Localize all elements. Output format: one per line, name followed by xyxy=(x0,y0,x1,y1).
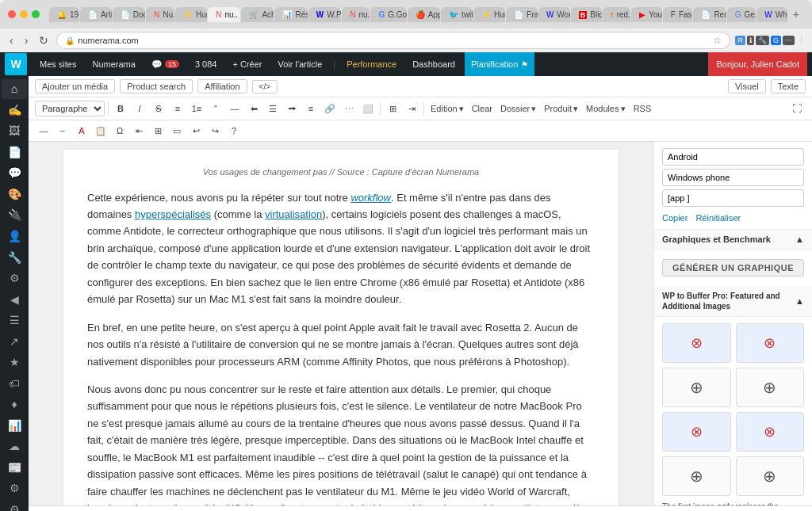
url-bar[interactable]: 🔒 numerama.com ☆ xyxy=(56,32,730,49)
new-tab-button[interactable]: + xyxy=(788,6,804,22)
image-cell-7-add[interactable]: ⊕ xyxy=(662,456,731,496)
align-left-button[interactable]: ⬅ xyxy=(245,100,262,117)
sidebar-icon-misc4[interactable]: 🏷 xyxy=(2,373,27,393)
fullscreen-button[interactable]: ⛶ xyxy=(788,100,806,117)
tab-app[interactable]: 🍎App.. xyxy=(408,7,440,22)
windows-phone-input[interactable] xyxy=(662,169,804,186)
paste-text-button[interactable]: 📋 xyxy=(92,122,109,139)
sidebar-icon-settings[interactable]: ⚙ xyxy=(2,269,27,288)
tab-you[interactable]: ▶You.. xyxy=(631,7,662,22)
image-cell-4-add[interactable]: ⊕ xyxy=(736,368,805,407)
copier-link[interactable]: Copier xyxy=(662,213,688,223)
redo-button[interactable]: ↪ xyxy=(206,122,224,139)
link-hyperspecialises[interactable]: hyperspécialisés xyxy=(135,208,211,220)
ext-icon-1[interactable]: R xyxy=(735,36,745,45)
unordered-list-button[interactable]: ≡ xyxy=(169,100,186,117)
tab-wpi[interactable]: WW.Pi.. xyxy=(308,7,341,22)
link-workflow[interactable]: workflow xyxy=(350,192,391,204)
reinitialiser-link[interactable]: Réinitialiser xyxy=(695,213,741,223)
align-justify-button[interactable]: ≡ xyxy=(302,100,320,117)
tab-hur2[interactable]: ⚡Hur.. xyxy=(473,7,505,22)
admin-bar-mes-sites[interactable]: Mes sites xyxy=(33,52,82,76)
indent-button[interactable]: ⇥ xyxy=(403,100,420,117)
tab-wor[interactable]: WWor.. xyxy=(538,7,570,22)
back-button[interactable]: ‹ xyxy=(6,32,17,48)
editor-content-area[interactable]: Vos usages de changement pas // Source :… xyxy=(29,142,653,505)
paragraph-select[interactable]: Paragraphe xyxy=(35,101,105,116)
sidebar-icon-misc10[interactable]: ⚙ xyxy=(2,500,27,511)
sidebar-icon-users[interactable]: 👤 xyxy=(2,227,27,246)
special-char-button[interactable]: Ω xyxy=(111,122,128,139)
editor-para-3[interactable]: Nous avons donc pu nous concentrer sur l… xyxy=(87,381,595,505)
admin-bar-dashboard[interactable]: Dashboard xyxy=(406,52,462,76)
tab-red[interactable]: rred.. xyxy=(603,7,630,22)
ext-icon-2[interactable]: ℹ xyxy=(747,36,754,45)
hr2-button[interactable]: ▭ xyxy=(168,122,186,139)
image-cell-8-add[interactable]: ⊕ xyxy=(736,456,805,496)
sidebar-icon-misc7[interactable]: ☁ xyxy=(2,437,27,456)
generer-graphique-button[interactable]: GÉNÉRER UN GRAPHIQUE xyxy=(662,259,804,276)
admin-bar-view[interactable]: Voir l'article xyxy=(271,52,328,76)
dash-button[interactable]: — xyxy=(35,122,52,139)
hr-button[interactable]: — xyxy=(226,100,243,117)
modules-dropdown[interactable]: Modules ▾ xyxy=(583,102,629,116)
sidebar-icon-misc6[interactable]: 📊 xyxy=(2,416,27,436)
tab-res[interactable]: 📊Rés.. xyxy=(274,7,307,22)
editor-para-2[interactable]: En bref, en une petite heure, on s'est a… xyxy=(87,319,595,370)
bonjour-label[interactable]: Bonjour, Julien Cadot xyxy=(708,52,807,76)
italic-button[interactable]: I xyxy=(131,100,148,117)
product-search-button[interactable]: Product search xyxy=(120,79,193,93)
ordered-list-button[interactable]: 1≡ xyxy=(188,100,205,117)
align-center-button[interactable]: ☰ xyxy=(264,100,282,117)
android-input[interactable] xyxy=(662,148,804,166)
sidebar-icon-collapse[interactable]: ◀ xyxy=(2,289,27,309)
tab-rec[interactable]: 📄Rec.. xyxy=(693,7,726,22)
insert-button[interactable]: ⬜ xyxy=(359,100,377,117)
align-right-button[interactable]: ⮕ xyxy=(283,100,301,117)
sidebar-icon-misc8[interactable]: 📰 xyxy=(2,458,27,478)
tab-ach[interactable]: 🛒Ach.. xyxy=(241,7,274,22)
minus-button[interactable]: − xyxy=(54,122,71,139)
admin-bar-edits[interactable]: 3 084 xyxy=(189,52,224,76)
tab-twit[interactable]: 🐦twit.. xyxy=(441,7,473,22)
admin-bar-create[interactable]: + Créer xyxy=(226,52,268,76)
add-media-button[interactable]: Ajouter un média xyxy=(35,79,115,93)
admin-bar-planification[interactable]: Planification ⚑ xyxy=(465,52,534,76)
graphiques-title-bar[interactable]: Graphiques et Benchmark ▲ xyxy=(654,230,812,250)
more-button[interactable]: ⋯ xyxy=(340,100,358,117)
ext-icon-5[interactable]: ⋯ xyxy=(783,36,795,45)
sidebar-icon-dashboard[interactable]: ⌂ xyxy=(2,79,27,99)
sidebar-icon-media[interactable]: 🖼 xyxy=(2,121,27,141)
sidebar-icon-misc2[interactable]: ↗ xyxy=(2,331,27,351)
tab-goo[interactable]: GG.Goo.. xyxy=(370,7,406,22)
texte-tab[interactable]: Texte xyxy=(771,79,806,93)
xml-button[interactable]: </> xyxy=(252,80,278,93)
help-button[interactable]: ? xyxy=(225,122,243,139)
link-button[interactable]: 🔗 xyxy=(321,100,339,117)
sidebar-icon-misc5[interactable]: ♦ xyxy=(2,395,27,414)
undo-button[interactable]: ↩ xyxy=(187,122,205,139)
produit-dropdown[interactable]: Produit ▾ xyxy=(541,102,581,116)
sidebar-icon-misc9[interactable]: ⚙ xyxy=(2,479,27,498)
sidebar-icon-posts[interactable]: ✍ xyxy=(2,101,27,120)
app-input[interactable] xyxy=(662,189,804,207)
strikethrough-button[interactable]: S xyxy=(150,100,167,117)
menu-button[interactable]: ⋮ xyxy=(797,36,806,46)
sidebar-icon-appearance[interactable]: 🎨 xyxy=(2,185,27,204)
ext-icon-3[interactable]: 🔧 xyxy=(756,36,769,45)
image-cell-3-add[interactable]: ⊕ xyxy=(662,368,731,407)
tab-arti[interactable]: 📄Arti.. xyxy=(80,7,112,22)
sidebar-icon-plugins[interactable]: 🔌 xyxy=(2,205,27,225)
table2-button[interactable]: ⊞ xyxy=(149,122,167,139)
sidebar-icon-misc3[interactable]: ★ xyxy=(2,353,27,372)
close-button[interactable] xyxy=(8,10,16,18)
buffer-title-bar[interactable]: WP to Buffer Pro: Featured and Additiona… xyxy=(654,286,812,317)
affiliation-button[interactable]: Affiliation xyxy=(197,79,247,93)
font-color-button[interactable]: A xyxy=(73,122,90,139)
tab-notifications[interactable]: 🔔19+ xyxy=(49,7,79,22)
tab-nu1[interactable]: NNu.. xyxy=(146,7,174,22)
image-cell-1-remove[interactable]: ⊗ xyxy=(662,323,731,363)
tab-bli[interactable]: BBlic.. xyxy=(571,7,603,22)
tab-ge[interactable]: GGe.. xyxy=(727,7,756,22)
admin-bar-numerama[interactable]: Numerama xyxy=(86,52,141,76)
